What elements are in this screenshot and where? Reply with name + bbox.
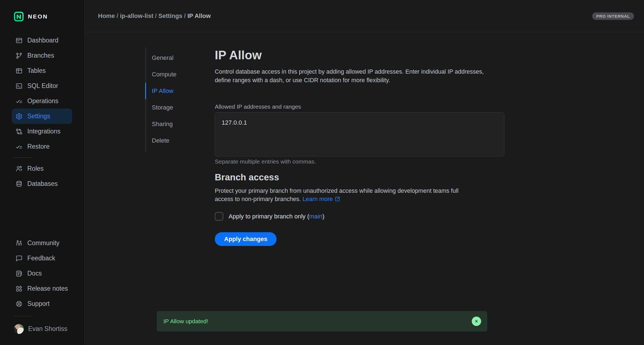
- sidebar-footer: CommunityFeedbackDocsRelease notesSuppor…: [0, 236, 84, 345]
- learn-more-link[interactable]: Learn more: [303, 196, 340, 202]
- primary-branch-checkbox[interactable]: [215, 212, 223, 221]
- sidebar-item-label: Databases: [27, 180, 58, 188]
- list-check-icon: [15, 98, 23, 105]
- toast-message: IP Allow updated!: [163, 318, 208, 325]
- sidebar-item-databases[interactable]: Databases: [12, 176, 72, 191]
- ip-field-label: Allowed IP addresses and ranges: [215, 103, 504, 110]
- primary-branch-label: Apply to primary branch only (main): [229, 213, 324, 220]
- sidebar-item-label: Docs: [27, 270, 42, 277]
- page-description: Control database access in this project …: [215, 68, 489, 85]
- avatar[interactable]: [14, 324, 24, 334]
- git-branch-icon: [15, 52, 23, 59]
- neon-logo-icon: [14, 12, 24, 22]
- toast-close-button[interactable]: [472, 317, 481, 326]
- sidebar-item-integrations[interactable]: Integrations: [12, 124, 72, 139]
- settings-nav-sharing[interactable]: Sharing: [145, 116, 215, 132]
- breadcrumb-separator: /: [115, 12, 120, 19]
- settings-nav-compute[interactable]: Compute: [145, 66, 215, 83]
- sidebar-footer-nav: CommunityFeedbackDocsRelease notesSuppor…: [0, 236, 84, 311]
- sidebar-item-label: SQL Editor: [27, 82, 58, 90]
- breadcrumb-item-settings[interactable]: Settings: [158, 12, 182, 19]
- sidebar-item-release-notes[interactable]: Release notes: [12, 281, 72, 296]
- life-buoy-icon: [15, 300, 23, 307]
- sidebar-item-label: Restore: [27, 143, 50, 150]
- settings-panel: IP Allow Control database access in this…: [215, 32, 504, 345]
- plan-badge: PRO INTERNAL: [592, 12, 634, 20]
- settings-nav-ip-allow[interactable]: IP Allow: [145, 83, 215, 99]
- table-icon: [15, 67, 23, 74]
- sidebar-item-branches[interactable]: Branches: [12, 48, 72, 63]
- branch-access-description: Protect your primary branch from unautho…: [215, 187, 476, 203]
- user-name: Evan Shortiss: [28, 325, 67, 333]
- sidebar-item-feedback[interactable]: Feedback: [12, 251, 72, 266]
- content: GeneralComputeIP AllowStorageSharingDele…: [85, 32, 644, 345]
- sidebar-item-label: Settings: [27, 113, 50, 120]
- sidebar-item-community[interactable]: Community: [12, 236, 72, 251]
- sidebar-item-settings[interactable]: Settings: [12, 109, 72, 124]
- sidebar-item-label: Dashboard: [27, 37, 59, 44]
- sidebar: NEON DashboardBranchesTablesSQL EditorOp…: [0, 0, 85, 345]
- sidebar-item-label: Integrations: [27, 128, 60, 135]
- main-area: Home / ip-allow-list / Settings / IP All…: [85, 0, 644, 345]
- sidebar-item-label: Operations: [27, 97, 59, 105]
- sidebar-item-label: Feedback: [27, 255, 55, 262]
- sidebar-item-sql-editor[interactable]: SQL Editor: [12, 78, 72, 93]
- sidebar-item-label: Community: [27, 239, 59, 247]
- breadcrumb: Home / ip-allow-list / Settings / IP All…: [98, 12, 211, 20]
- list-check-icon: [15, 143, 23, 150]
- dashboard-icon: [15, 37, 23, 44]
- sidebar-primary-nav: DashboardBranchesTablesSQL EditorOperati…: [0, 33, 84, 154]
- external-link-icon: [335, 196, 340, 202]
- shapes-icon: [15, 285, 23, 292]
- learn-more-label: Learn more: [303, 196, 333, 202]
- settings-nav: GeneralComputeIP AllowStorageSharingDele…: [145, 47, 215, 153]
- gear-icon: [15, 113, 23, 120]
- page-title: IP Allow: [215, 48, 504, 62]
- git-compare-icon: [15, 128, 23, 135]
- checkbox-label-suffix: ): [322, 213, 324, 220]
- sidebar-item-support[interactable]: Support: [12, 296, 72, 311]
- sidebar-item-label: Tables: [27, 67, 46, 74]
- breadcrumb-item-ip-allow-list[interactable]: ip-allow-list: [120, 12, 153, 19]
- brand-logo[interactable]: NEON: [14, 12, 84, 22]
- sidebar-secondary-nav: RolesDatabases: [0, 161, 84, 191]
- ip-addresses-textarea[interactable]: 127.0.0.1: [215, 112, 504, 156]
- sidebar-item-label: Roles: [27, 165, 44, 172]
- toast-notification: IP Allow updated!: [157, 311, 487, 331]
- sidebar-item-operations[interactable]: Operations: [12, 93, 72, 109]
- sidebar-divider: [14, 316, 32, 316]
- branch-name-link[interactable]: main: [309, 213, 322, 220]
- close-icon: [474, 319, 479, 324]
- users-icon: [15, 165, 23, 172]
- sidebar-divider: [14, 157, 32, 158]
- sidebar-item-label: Support: [27, 300, 50, 307]
- sidebar-item-tables[interactable]: Tables: [12, 63, 72, 78]
- database-icon: [15, 180, 23, 188]
- sidebar-item-docs[interactable]: Docs: [12, 266, 72, 281]
- topbar: Home / ip-allow-list / Settings / IP All…: [85, 0, 644, 32]
- breadcrumb-separator: /: [182, 12, 187, 19]
- settings-nav-general[interactable]: General: [145, 50, 215, 66]
- apply-changes-button[interactable]: Apply changes: [215, 232, 277, 246]
- sidebar-item-dashboard[interactable]: Dashboard: [12, 33, 72, 48]
- sidebar-item-label: Branches: [27, 52, 54, 59]
- primary-branch-row: Apply to primary branch only (main): [215, 212, 504, 221]
- sidebar-item-roles[interactable]: Roles: [12, 161, 72, 176]
- breadcrumb-separator: /: [153, 12, 158, 19]
- community-icon: [15, 240, 23, 247]
- checkbox-label-prefix: Apply to primary branch only (: [229, 213, 309, 220]
- docs-icon: [15, 270, 23, 277]
- user-menu[interactable]: Evan Shortiss: [12, 321, 84, 336]
- sidebar-item-restore[interactable]: Restore: [12, 139, 72, 154]
- brand-name: NEON: [28, 13, 48, 20]
- breadcrumb-item-home[interactable]: Home: [98, 12, 115, 19]
- settings-nav-storage[interactable]: Storage: [145, 99, 215, 116]
- branch-access-title: Branch access: [215, 172, 504, 183]
- breadcrumb-item-ip-allow[interactable]: IP Allow: [187, 12, 211, 19]
- sidebar-item-label: Release notes: [27, 285, 68, 292]
- ip-field-helper: Separate multiple entries with commas.: [215, 158, 504, 165]
- terminal-icon: [15, 82, 23, 90]
- settings-nav-delete[interactable]: Delete: [145, 132, 215, 149]
- message-icon: [15, 255, 23, 262]
